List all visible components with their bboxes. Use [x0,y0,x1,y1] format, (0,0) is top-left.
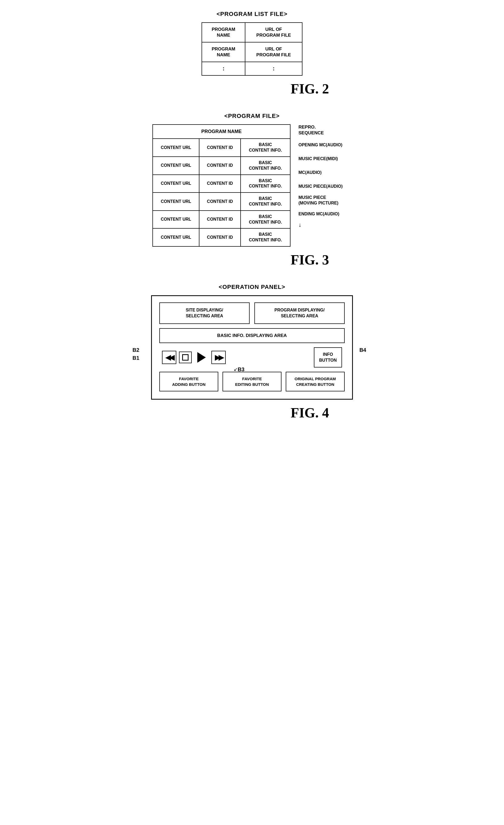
fig3-content: PROGRAM NAME CONTENT URL CONTENT ID BASI… [133,124,371,247]
rewind-button[interactable]: ◀◀ [162,351,176,364]
cell-dots-1: : [202,62,245,75]
original-program-creating-button[interactable]: ORIGINAL PROGRAM CREATING BUTTON [286,372,345,391]
table-row: CONTENT URL CONTENT ID BASICCONTENT INFO… [153,157,290,175]
play-button[interactable] [194,351,209,364]
basic-info-displaying-area: BASIC INFO. DISPLAYING AREA [159,328,345,343]
fig2-label: FIG. 2 [291,81,329,97]
fig3-section: <PROGRAM FILE> PROGRAM NAME CONTENT URL … [133,112,371,268]
panel-row2: BASIC INFO. DISPLAYING AREA [159,328,345,343]
label-b3: B3 [238,366,244,373]
basic-info-5: BASICCONTENT INFO. [240,211,290,229]
content-id-2: CONTENT ID [199,157,240,175]
content-url-5: CONTENT URL [153,211,199,229]
site-displaying-area[interactable]: SITE DISPLAYING/ SELECTING AREA [159,302,249,324]
basic-info-2: BASICCONTENT INFO. [240,157,290,175]
operation-panel-outer: B2 B1 B4 SITE DISPLAYING/ SELECTING AREA… [151,295,353,400]
orig-prog-label: ORIGINAL PROGRAM CREATING BUTTON [294,377,336,387]
repro-item-2: MUSIC PIECE(MIDI) [298,152,352,166]
panel-row1: SITE DISPLAYING/ SELECTING AREA PROGRAM … [159,302,345,324]
cell-program-name-2: PROGRAMNAME [202,42,245,62]
b3-arrow-icon: ↙ [234,366,238,372]
program-name-header: PROGRAM NAME [153,125,290,139]
fig2-section: <PROGRAM LIST FILE> PROGRAMNAME URL OFPR… [133,11,371,97]
repro-item-1: OPENING MC(AUDIO) [298,138,352,152]
panel-box: SITE DISPLAYING/ SELECTING AREA PROGRAM … [151,295,353,400]
fig3-title: <PROGRAM FILE> [224,112,280,120]
table-row: CONTENT URL CONTENT ID BASICCONTENT INFO… [153,175,290,193]
panel-row4: FAVORITE ADDING BUTTON FAVORITE EDITING … [159,372,345,391]
fav-add-label: FAVORITE ADDING BUTTON [172,377,206,387]
table-row: PROGRAMNAME URL OFPROGRAM FILE [202,42,302,62]
fig3-label: FIG. 3 [291,252,329,268]
cell-program-name-1: PROGRAMNAME [202,22,245,42]
repro-item-6: ENDING MC(AUDIO) [298,207,352,221]
basic-info-3: BASICCONTENT INFO. [240,175,290,193]
label-b1: B1 [133,355,139,361]
favorite-adding-button[interactable]: FAVORITE ADDING BUTTON [159,372,218,391]
cell-url-1: URL OFPROGRAM FILE [245,22,302,42]
fig4-title: <OPERATION PANEL> [219,284,285,291]
content-url-2: CONTENT URL [153,157,199,175]
panel-row3: ◀◀ ▶▶ [159,347,345,368]
table-row: CONTENT URL CONTENT ID BASICCONTENT INFO… [153,211,290,229]
table-row: PROGRAMNAME URL OFPROGRAM FILE [202,22,302,42]
program-displaying-area[interactable]: PROGRAM DISPLAYING/ SELECTING AREA [255,302,345,324]
basic-info-1: BASICCONTENT INFO. [240,139,290,157]
cell-url-2: URL OFPROGRAM FILE [245,42,302,62]
rewind-icon: ◀◀ [165,354,173,362]
stop-button[interactable] [179,352,192,363]
program-list-table: PROGRAMNAME URL OFPROGRAM FILE PROGRAMNA… [202,22,302,76]
info-button-label: INFO BUTTON [319,352,337,363]
content-url-6: CONTENT URL [153,228,199,246]
play-icon [197,352,206,363]
program-file-table: PROGRAM NAME CONTENT URL CONTENT ID BASI… [152,124,290,247]
fast-forward-button[interactable]: ▶▶ [211,351,226,364]
fig2-title: <PROGRAM LIST FILE> [216,11,287,17]
content-url-4: CONTENT URL [153,193,199,211]
content-id-1: CONTENT ID [199,139,240,157]
favorite-editing-button[interactable]: FAVORITE EDITING BUTTON [222,372,282,391]
stop-icon [182,354,189,361]
content-id-4: CONTENT ID [199,193,240,211]
repro-item-5: MUSIC PIECE(MOVING PICTURE) [298,193,352,207]
basic-info-4: BASICCONTENT INFO. [240,193,290,211]
program-area-label: PROGRAM DISPLAYING/ SELECTING AREA [275,308,325,318]
repro-item-4: MUSIC PIECE(AUDIO) [298,179,352,193]
repro-item-3: MC(AUDIO) [298,166,352,179]
label-b4: B4 [359,347,366,353]
repro-header: REPRO.SEQUENCE [298,124,352,136]
fig4-section: <OPERATION PANEL> B2 B1 B4 SITE DISPLAYI… [133,284,371,421]
info-button[interactable]: INFO BUTTON [314,347,342,368]
table-row: CONTENT URL CONTENT ID BASICCONTENT INFO… [153,228,290,246]
table-row: CONTENT URL CONTENT ID BASICCONTENT INFO… [153,139,290,157]
site-area-label: SITE DISPLAYING/ SELECTING AREA [186,308,223,318]
basic-info-6: BASICCONTENT INFO. [240,228,290,246]
content-id-6: CONTENT ID [199,228,240,246]
table-row: CONTENT URL CONTENT ID BASICCONTENT INFO… [153,193,290,211]
content-id-3: CONTENT ID [199,175,240,193]
transport-controls: ◀◀ ▶▶ [162,351,226,364]
table-row-dots: : : [202,62,302,75]
repro-sequence: REPRO.SEQUENCE OPENING MC(AUDIO) MUSIC P… [298,124,352,228]
sequence-arrow: ↓ [298,221,352,228]
cell-dots-2: : [245,62,302,75]
content-id-5: CONTENT ID [199,211,240,229]
content-url-1: CONTENT URL [153,139,199,157]
label-b2: B2 [133,347,139,353]
fav-edit-label: FAVORITE EDITING BUTTON [235,377,269,387]
fig4-label: FIG. 4 [291,405,329,421]
fast-forward-icon: ▶▶ [215,354,222,362]
table-header-row: PROGRAM NAME [153,125,290,139]
basic-info-label: BASIC INFO. DISPLAYING AREA [217,333,287,338]
content-url-3: CONTENT URL [153,175,199,193]
